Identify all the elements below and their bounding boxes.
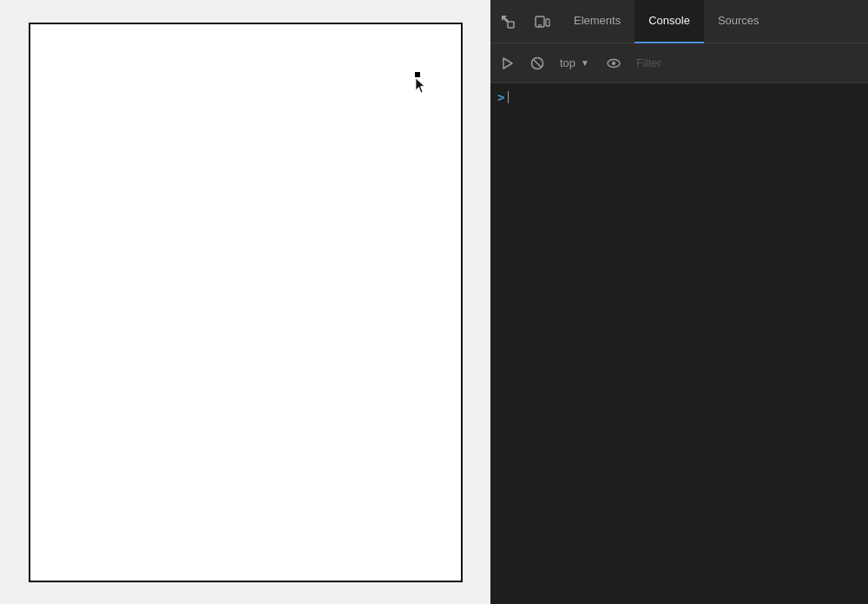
- devtools-top-toolbar: Elements Console Sources: [490, 0, 868, 43]
- page-canvas: [29, 23, 463, 582]
- console-cursor: [508, 91, 509, 103]
- browser-viewport: [0, 0, 490, 604]
- filter-placeholder-text: Filter: [636, 56, 661, 69]
- svg-line-6: [534, 60, 541, 67]
- svg-rect-0: [508, 22, 514, 28]
- console-filter-input[interactable]: Filter: [629, 49, 865, 77]
- svg-rect-2: [546, 19, 549, 26]
- console-output-area[interactable]: >: [490, 83, 868, 604]
- tab-sources[interactable]: Sources: [704, 0, 773, 43]
- devtools-panel: Elements Console Sources top ▼: [490, 0, 868, 604]
- console-secondary-toolbar: top ▼ Filter: [490, 43, 868, 83]
- inspect-element-button[interactable]: [490, 0, 525, 43]
- context-selector-chevron-icon: ▼: [581, 58, 589, 68]
- context-selector-value: top: [560, 56, 575, 69]
- console-prompt-line[interactable]: >: [490, 87, 868, 108]
- svg-point-8: [612, 62, 615, 65]
- clear-console-button[interactable]: [523, 49, 551, 77]
- console-settings-button[interactable]: [600, 49, 628, 77]
- execute-script-button[interactable]: [494, 49, 522, 77]
- tab-elements[interactable]: Elements: [560, 0, 635, 43]
- tab-console[interactable]: Console: [635, 0, 704, 43]
- device-toolbar-button[interactable]: [525, 0, 560, 43]
- context-selector-dropdown[interactable]: top ▼: [553, 53, 596, 73]
- mouse-cursor-indicator: [415, 72, 427, 89]
- devtools-tab-bar: Elements Console Sources: [560, 0, 868, 43]
- console-prompt-chevron: >: [497, 90, 504, 104]
- svg-marker-4: [503, 58, 512, 69]
